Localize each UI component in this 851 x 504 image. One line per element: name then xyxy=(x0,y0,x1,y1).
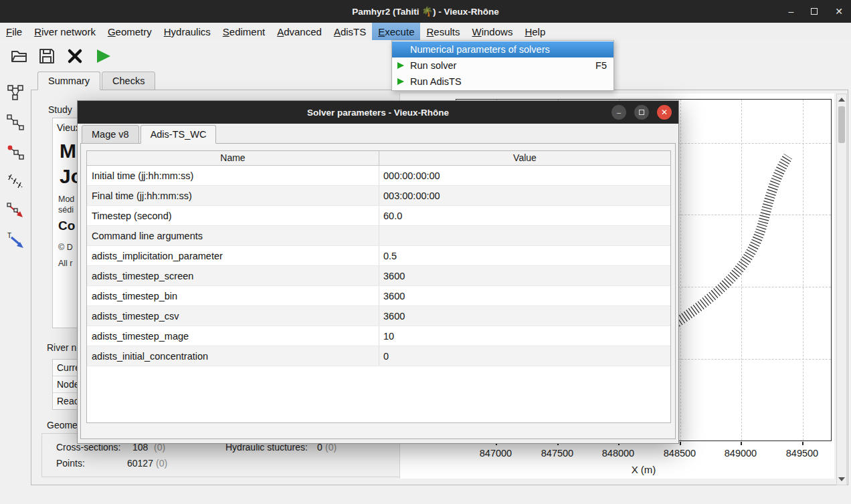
param-value-cell[interactable]: 10 xyxy=(379,326,670,346)
close-icon: ✕ xyxy=(661,108,668,116)
menu-windows[interactable]: Windows xyxy=(466,23,519,40)
run-solver-button[interactable] xyxy=(92,44,114,68)
param-row-adists-timestep-mage[interactable]: adists_timestep_mage10 xyxy=(87,326,670,346)
study-desc-line2: sédi xyxy=(58,205,74,215)
param-name-cell[interactable]: adists_implicitation_parameter xyxy=(87,246,379,265)
param-name-cell[interactable]: adists_timestep_csv xyxy=(87,306,379,326)
maximize-icon[interactable] xyxy=(811,7,818,16)
param-value-cell[interactable]: 3600 xyxy=(379,306,670,326)
parameters-table: Name Value Initial time (jj:hh:mm:ss)000… xyxy=(86,150,671,423)
param-row-adists-timestep-csv[interactable]: adists_timestep_csv3600 xyxy=(87,306,670,326)
floppy-disk-icon xyxy=(38,47,56,65)
profile-tool-button[interactable] xyxy=(4,111,27,134)
close-icon[interactable]: ✕ xyxy=(835,7,843,16)
menu-geometry[interactable]: Geometry xyxy=(102,23,158,40)
dialog-titlebar[interactable]: Solver parameters - Vieux-Rhône – ✕ xyxy=(78,101,678,124)
param-table-body: Initial time (jj:hh:mm:ss)000:00:00:00Fi… xyxy=(87,166,670,366)
blue-arrow-icon: T xyxy=(6,231,25,249)
play-icon xyxy=(397,78,404,85)
header-value[interactable]: Value xyxy=(379,151,670,165)
study-desc-line1: Mod xyxy=(58,195,74,204)
sections-tool-button[interactable] xyxy=(4,170,27,193)
study-subheading: Co xyxy=(58,219,75,233)
menu-label: AdisTS xyxy=(334,26,366,37)
param-value-cell[interactable]: 003:00:00:00 xyxy=(379,186,670,205)
param-row-initial-time-jj-hh-mm-ss[interactable]: Initial time (jj:hh:mm:ss)000:00:00:00 xyxy=(87,166,670,186)
menu-river-network[interactable]: River network xyxy=(28,23,102,40)
param-row-final-time-jj-hh-mm-ss[interactable]: Final time (jj:hh:mm:ss)003:00:00:00 xyxy=(87,186,670,206)
menu-help[interactable]: Help xyxy=(518,23,551,40)
dialog-tab-mage-v8[interactable]: Mage v8 xyxy=(82,125,139,144)
menu-item-shortcut: F5 xyxy=(595,60,607,71)
param-name-cell[interactable]: adists_timestep_bin xyxy=(87,286,379,305)
param-value-cell[interactable]: 3600 xyxy=(379,266,670,285)
x-tick-mark xyxy=(802,442,803,445)
window-titlebar[interactable]: Pamhyr2 (Tahiti 🌴) - Vieux-Rhône – ✕ xyxy=(0,0,851,23)
param-row-timestep-second[interactable]: Timestep (second)60.0 xyxy=(87,206,670,226)
param-row-adists-implicitation-parameter[interactable]: adists_implicitation_parameter0.5 xyxy=(87,246,670,266)
close-study-button[interactable] xyxy=(64,44,86,68)
x-axis-label: X (m) xyxy=(617,464,670,475)
x-tick-mark xyxy=(680,442,681,445)
menu-item-label: Run AdisTS xyxy=(410,76,462,87)
menu-hydraulics[interactable]: Hydraulics xyxy=(158,23,217,40)
tab-summary[interactable]: Summary xyxy=(37,72,100,90)
param-name-cell[interactable]: Timestep (second) xyxy=(87,206,379,225)
tab-checks[interactable]: Checks xyxy=(102,72,155,90)
param-value-cell[interactable]: 0 xyxy=(379,346,670,366)
x-tick-label: 847000 xyxy=(472,448,519,459)
window-controls: – ✕ xyxy=(788,0,843,23)
dialog-controls: – ✕ xyxy=(611,105,672,120)
param-row-adists-timestep-bin[interactable]: adists_timestep_bin3600 xyxy=(87,286,670,306)
menu-item-numerical-parameters-of-solvers[interactable]: Numerical parameters of solvers xyxy=(392,41,613,57)
menu-file[interactable]: File xyxy=(0,23,28,40)
param-value-cell[interactable] xyxy=(379,226,670,245)
minimize-icon[interactable]: – xyxy=(788,7,793,16)
study-copyright: © D xyxy=(58,243,73,252)
param-value-cell[interactable]: 3600 xyxy=(379,286,670,305)
menu-label: Execute xyxy=(378,26,414,37)
maximize-square xyxy=(811,8,818,15)
scrollbar-thumb[interactable] xyxy=(838,106,845,143)
param-row-adists-timestep-screen[interactable]: adists_timestep_screen3600 xyxy=(87,266,670,286)
param-row-command-line-arguments[interactable]: Command line arguments xyxy=(87,226,670,246)
menu-adists[interactable]: AdisTS xyxy=(328,23,372,40)
param-value-cell[interactable]: 0.5 xyxy=(379,246,670,265)
param-name-cell[interactable]: adists_timestep_mage xyxy=(87,326,379,346)
network-tool-button[interactable] xyxy=(4,82,27,104)
menu-execute[interactable]: Execute xyxy=(372,23,420,40)
param-row-adists-initial-concentration[interactable]: adists_initial_concentration0 xyxy=(87,346,670,366)
dialog-title: Solver parameters - Vieux-Rhône xyxy=(307,108,449,118)
param-name-cell[interactable]: Initial time (jj:hh:mm:ss) xyxy=(87,166,379,185)
dialog-minimize-button[interactable]: – xyxy=(611,105,626,120)
param-name-cell[interactable]: adists_initial_concentration xyxy=(87,346,379,366)
table-header: Name Value xyxy=(87,151,670,166)
menu-item-run-solver[interactable]: Run solverF5 xyxy=(392,57,613,74)
param-value-cell[interactable]: 000:00:00:00 xyxy=(379,166,670,185)
slope-tool-button[interactable] xyxy=(4,199,27,222)
dialog-close-button[interactable]: ✕ xyxy=(657,105,672,120)
solver-parameters-dialog: Solver parameters - Vieux-Rhône – ✕ Mage… xyxy=(77,100,679,444)
dialog-maximize-button[interactable] xyxy=(634,105,649,120)
param-name-cell[interactable]: Final time (jj:hh:mm:ss) xyxy=(87,186,379,205)
menu-results[interactable]: Results xyxy=(420,23,466,40)
menu-label: River network xyxy=(34,26,96,37)
param-value-cell[interactable]: 60.0 xyxy=(379,206,670,225)
param-name-cell[interactable]: adists_timestep_screen xyxy=(87,266,379,285)
add-point-tool-button[interactable] xyxy=(4,140,27,163)
translate-tool-button[interactable]: T xyxy=(4,229,27,251)
header-name[interactable]: Name xyxy=(87,151,379,165)
save-study-button[interactable] xyxy=(36,44,58,68)
open-study-button[interactable] xyxy=(8,44,29,68)
scroll-down-button[interactable] xyxy=(837,475,846,484)
menu-advanced[interactable]: Advanced xyxy=(271,23,328,40)
param-name-cell[interactable]: Command line arguments xyxy=(87,226,379,245)
menubar: FileRiver networkGeometryHydraulicsSedim… xyxy=(0,23,851,40)
x-tick-label: 848500 xyxy=(656,448,703,459)
menu-item-run-adists[interactable]: Run AdisTS xyxy=(392,74,613,90)
cross-sections-icon xyxy=(6,172,25,191)
scroll-up-button[interactable] xyxy=(837,95,846,104)
vertical-scrollbar[interactable] xyxy=(836,94,847,485)
dialog-tab-adis-ts-wc[interactable]: Adis-TS_WC xyxy=(140,125,217,144)
menu-sediment[interactable]: Sediment xyxy=(217,23,271,40)
